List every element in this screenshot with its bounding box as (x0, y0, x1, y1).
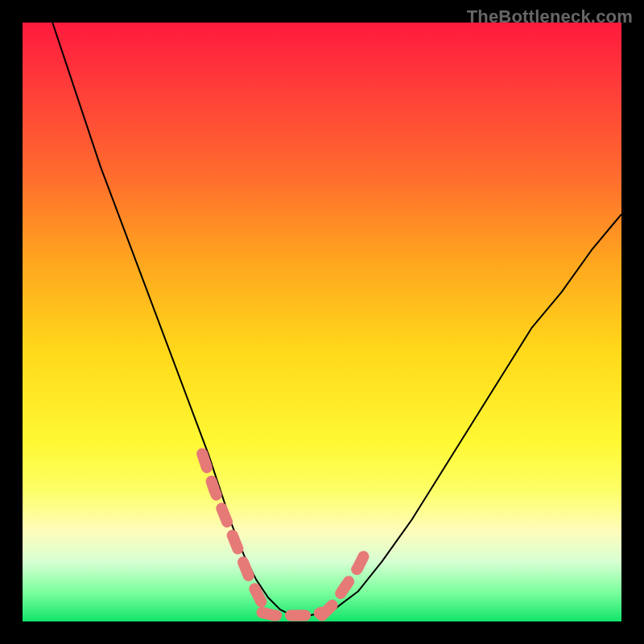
watermark-text: TheBottleneck.com (467, 6, 633, 27)
plot-area (23, 23, 621, 621)
curve-layer (52, 23, 621, 616)
chart-svg (23, 23, 621, 621)
highlight-segment (202, 454, 262, 604)
chart-frame: TheBottleneck.com (0, 0, 644, 644)
highlight-layer (202, 454, 369, 616)
bottleneck-curve-path (52, 23, 621, 616)
highlight-segment (322, 543, 370, 615)
